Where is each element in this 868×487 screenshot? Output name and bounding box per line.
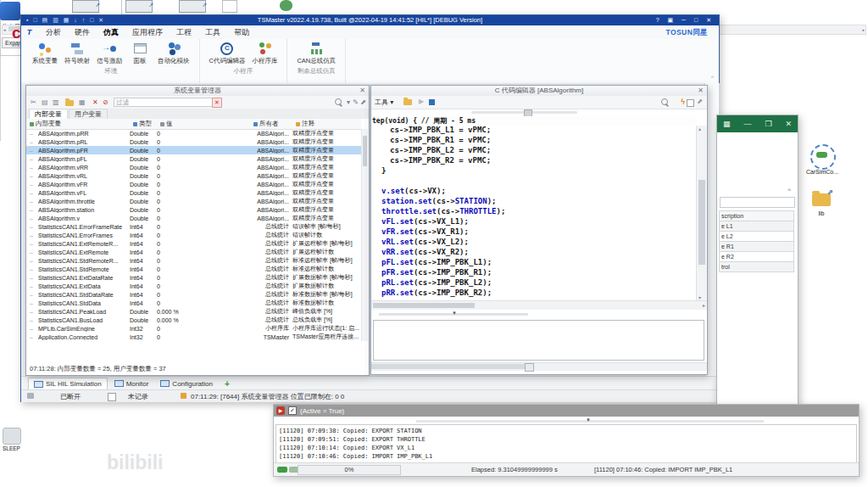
splitter-slider[interactable]: ▼: [379, 313, 528, 316]
close-icon[interactable]: ✕: [359, 86, 365, 96]
tsmaster-logo-icon[interactable]: T: [25, 28, 34, 37]
quick-access-toolbar[interactable]: ▪ □ ▤ ▥ ▦ ↓ ↑ □ ✕: [26, 15, 105, 25]
popout-icon[interactable]: ⬈: [697, 98, 703, 105]
excel-row[interactable]: e R1: [719, 242, 794, 252]
table-row[interactable]: –ABSAlgorithm.vRLDouble0ABSAlgori...双精度浮…: [26, 171, 361, 180]
editor-vertical-scrollbar[interactable]: ▴ ▾: [696, 126, 707, 300]
edit-icon[interactable]: ✎: [353, 98, 359, 106]
minimize-icon[interactable]: —: [743, 120, 751, 128]
table-row[interactable]: –StatisticsCAN1.ErrorFrameRateInt640总线统计…: [26, 222, 361, 231]
table-row[interactable]: –StatisticsCAN1.ExtDataInt640总线统计扩展数据帧计数: [26, 282, 361, 290]
table-row[interactable]: –StatisticsCAN1.StdDataInt640总线统计标准数据帧计数: [26, 299, 361, 307]
close-icon[interactable]: ✕: [698, 86, 704, 96]
vm-tab-user[interactable]: 用户变量: [69, 109, 108, 119]
column-header-4[interactable]: 注释: [296, 120, 361, 128]
table-row[interactable]: –ABSAlgorithm.pFRDouble0ABSAlgori...双精度浮…: [26, 146, 361, 154]
excel-row[interactable]: trol: [719, 262, 794, 272]
table-row[interactable]: –StatisticsCAN1.StdRemoteR...Int640总线统计标…: [26, 256, 361, 265]
window-icon[interactable]: [687, 99, 694, 107]
tools-menu[interactable]: 工具 ▾: [375, 98, 393, 107]
menu-applications[interactable]: 应用程序: [125, 27, 170, 38]
table-row[interactable]: –StatisticsCAN1.ErrorFramesInt640总线统计错误帧…: [26, 231, 361, 239]
code-area[interactable]: cs->IMP_PBK_L1 = vPMC;cs->IMP_PBK_R1 = v…: [371, 126, 697, 300]
search-icon[interactable]: [661, 98, 668, 105]
active-checkbox[interactable]: ✓: [288, 406, 297, 415]
excel-row[interactable]: e L2: [719, 232, 794, 242]
desktop-shortcut-icon[interactable]: ↗: [72, 0, 99, 13]
maximize-icon[interactable]: ❒: [765, 120, 771, 128]
column-header-2[interactable]: 值: [160, 120, 253, 128]
ribbon-button-automation[interactable]: 自动化模块: [154, 41, 193, 66]
scrollbar-thumb[interactable]: [698, 180, 705, 265]
table-row[interactable]: –Application.ConnectedInt320TSMasterTSMa…: [26, 333, 361, 341]
scrollbar-thumb[interactable]: [373, 303, 475, 308]
table-row[interactable]: –ABSAlgorithm.stationDouble0ABSAlgori...…: [26, 205, 361, 214]
paste-icon[interactable]: ▥: [53, 98, 59, 106]
editor-horizontal-scrollbar[interactable]: ▸: [371, 300, 707, 310]
clear-all-icon[interactable]: ⊘: [103, 98, 108, 106]
column-header-0[interactable]: 内部变量: [26, 120, 133, 128]
document-icon[interactable]: [222, 0, 237, 13]
table-row[interactable]: –ABSAlgorithm.pRLDouble0ABSAlgori...双精度浮…: [26, 137, 361, 146]
app-icon[interactable]: [280, 0, 292, 11]
table-row[interactable]: –StatisticsCAN1.StdRemoteInt640总线统计标准远程帧…: [26, 265, 361, 273]
table-row[interactable]: –StatisticsCAN1.PeakLoadDouble0.000 %总线统…: [26, 307, 361, 316]
open-icon[interactable]: [403, 99, 412, 105]
ribbon-button-c-editor[interactable]: C代码编辑器: [206, 41, 249, 66]
scrollbar-grip[interactable]: [525, 363, 534, 372]
table-row[interactable]: –StatisticsCAN1.BusLoadDouble0.000 %总线统计…: [26, 316, 361, 324]
log-titlebar[interactable]: ▶ ✓ (Active = True): [274, 405, 859, 417]
desktop-shortcut-icon[interactable]: ↗: [125, 0, 153, 13]
scrollbar-thumb[interactable]: [363, 136, 367, 166]
open-icon[interactable]: [65, 100, 74, 106]
scroll-right-icon[interactable]: ▸: [862, 27, 865, 32]
table-row[interactable]: –ABSAlgorithm.pRRDouble0ABSAlgori...双精度浮…: [26, 129, 361, 137]
slider-thumb[interactable]: ▼: [586, 417, 591, 423]
column-header-3[interactable]: 所有者: [253, 120, 296, 128]
delete-icon[interactable]: ✕: [92, 98, 98, 106]
ribbon-button-symbol[interactable]: 符号映射: [61, 41, 93, 66]
slider-thumb[interactable]: ▼: [452, 311, 457, 316]
scroll-right-icon[interactable]: ▸: [703, 302, 705, 308]
stop-icon[interactable]: [429, 99, 435, 105]
table-row[interactable]: –StatisticsCAN1.ExtRemoteInt640总线统计扩展远程帧…: [26, 248, 361, 256]
excel-row[interactable]: e R2: [719, 252, 794, 262]
copy-icon[interactable]: ▤: [42, 98, 48, 106]
menu-analysis[interactable]: 分析: [39, 27, 68, 38]
table-row[interactable]: –ABSAlgorithm.pFLDouble0ABSAlgori...双精度浮…: [26, 154, 361, 163]
table-row[interactable]: –ABSAlgorithm.vFRDouble0ABSAlgori...双精度浮…: [26, 180, 361, 188]
table-row[interactable]: –ABSAlgorithm.vDouble0ABSAlgori...双精度浮点变…: [26, 214, 361, 222]
tab-configuration[interactable]: Configuration: [155, 378, 218, 389]
ribbon-button-canbus[interactable]: CAN总线仿真: [293, 41, 339, 66]
table-row[interactable]: –ABSAlgorithm.throttleDouble0ABSAlgori..…: [26, 197, 361, 205]
table-row[interactable]: –StatisticsCAN1.StdDataRateInt640总线统计标准数…: [26, 290, 361, 299]
log-area[interactable]: [11120] 07:09:38: Copied: EXPORT STATION…: [275, 424, 857, 463]
menu-hardware[interactable]: 硬件: [68, 27, 97, 38]
menu-help[interactable]: 帮助: [227, 27, 256, 38]
desktop-shortcut-icon[interactable]: ↗: [179, 0, 206, 13]
vm-scrollbar[interactable]: [361, 129, 368, 341]
dropdown-icon[interactable]: ▾: [347, 98, 350, 106]
table-row[interactable]: –MPLib.CarSimEngineInt320小程序库小程序库运行状态(1:…: [26, 324, 361, 333]
table-row[interactable]: –ABSAlgorithm.vRRDouble0ABSAlgori...双精度浮…: [26, 163, 361, 171]
ribbon-button-panel[interactable]: 面板: [125, 41, 154, 66]
export-icon[interactable]: ▦: [79, 98, 86, 106]
log-splitter-slider[interactable]: ▼: [416, 420, 764, 423]
tab-sil-hil[interactable]: SIL HIL Simulation: [28, 378, 108, 390]
compile-icon[interactable]: ϟ: [681, 98, 685, 106]
excel-titlebar[interactable]: ▦ — ❒ ✕: [717, 115, 798, 132]
cut-icon[interactable]: ✂: [31, 98, 36, 106]
clear-filter-icon[interactable]: ✕: [212, 98, 222, 108]
ribbon-button-signal[interactable]: 信号激励: [93, 41, 125, 66]
table-row[interactable]: –StatisticsCAN1.ExtDataRateInt640总线统计扩展数…: [26, 273, 361, 282]
scroll-left-icon[interactable]: ◂: [3, 27, 6, 32]
menu-project[interactable]: 工程: [170, 27, 198, 38]
table-row[interactable]: –ABSAlgorithm.vFLDouble0ABSAlgori...双精度浮…: [26, 188, 361, 197]
scroll-down-icon[interactable]: ▾: [698, 294, 701, 300]
close-icon[interactable]: ✕: [785, 120, 792, 128]
play-icon[interactable]: ▶: [419, 98, 424, 105]
titlebar[interactable]: ▪ □ ▤ ▥ ▦ ↓ ↑ □ ✕ TSMaster v2022.4.19.73…: [21, 15, 719, 25]
search-icon[interactable]: [335, 98, 342, 105]
vm-tab-internal[interactable]: 内部变量: [29, 109, 68, 119]
excel-row[interactable]: e L1: [719, 221, 794, 232]
